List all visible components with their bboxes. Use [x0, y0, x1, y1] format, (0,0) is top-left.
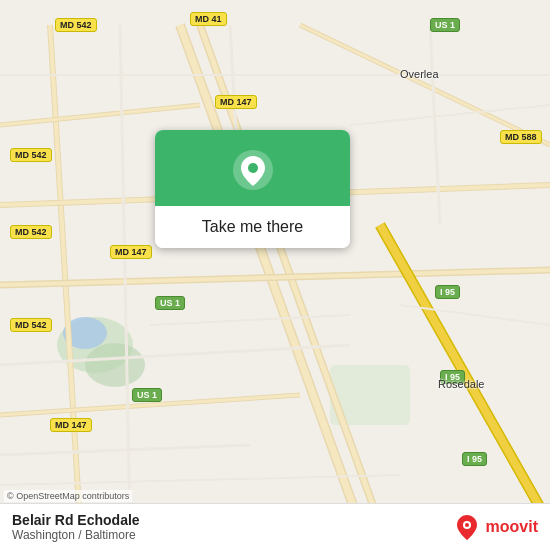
location-sub: Washington / Baltimore	[12, 528, 140, 542]
moovit-logo: moovit	[452, 512, 538, 542]
road-label-us1-mid: US 1	[155, 296, 185, 310]
road-label-us1-bot: US 1	[132, 388, 162, 402]
road-label-md147-bot: MD 147	[50, 418, 92, 432]
road-label-md147-mid: MD 147	[110, 245, 152, 259]
map-container: MD 542 MD 41 US 1 MD 588 MD 147 MD 542 M…	[0, 0, 550, 550]
moovit-text: moovit	[486, 518, 538, 536]
info-bar-left: Belair Rd Echodale Washington / Baltimor…	[12, 512, 140, 542]
road-label-md542-bot: MD 542	[10, 318, 52, 332]
road-label-md147-top: MD 147	[215, 95, 257, 109]
road-label-i95-3: I 95	[462, 452, 487, 466]
moovit-icon	[452, 512, 482, 542]
popup-card: Take me there	[155, 130, 350, 248]
road-label-md542-1: MD 542	[55, 18, 97, 32]
road-label-md588: MD 588	[500, 130, 542, 144]
location-name: Belair Rd Echodale	[12, 512, 140, 528]
info-bar: Belair Rd Echodale Washington / Baltimor…	[0, 503, 550, 550]
svg-point-2	[85, 343, 145, 387]
road-label-md41: MD 41	[190, 12, 227, 26]
place-label-overlea: Overlea	[400, 68, 439, 80]
road-label-us1-top: US 1	[430, 18, 460, 32]
road-label-md542-2: MD 542	[10, 148, 52, 162]
map-attribution: © OpenStreetMap contributors	[4, 490, 132, 502]
svg-point-36	[465, 523, 469, 527]
road-label-i95-1: I 95	[435, 285, 460, 299]
svg-point-34	[248, 163, 258, 173]
popup-top	[155, 130, 350, 206]
place-label-rosedale: Rosedale	[438, 378, 484, 390]
take-me-there-button[interactable]: Take me there	[155, 206, 350, 248]
road-label-md542-3: MD 542	[10, 225, 52, 239]
location-pin-icon	[231, 148, 275, 192]
